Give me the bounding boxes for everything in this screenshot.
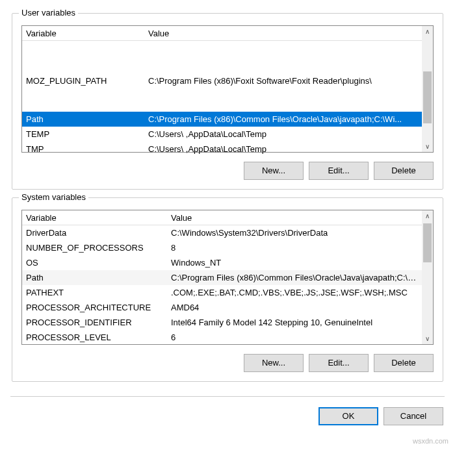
scrollbar[interactable]: ∧ ∨ <box>422 26 433 152</box>
table-row[interactable]: PROCESSOR_LEVEL 6 <box>22 330 433 345</box>
system-button-row: New... Edit... Delete <box>21 354 434 372</box>
cell-value: C:\Users\ ,AppData\Local\Temp <box>146 129 422 139</box>
new-button[interactable]: New... <box>244 354 304 372</box>
cell-value: C:\Program Files (x86)\Foxit Software\Fo… <box>146 76 422 86</box>
scroll-thumb[interactable] <box>423 71 432 123</box>
cell-variable: NUMBER_OF_PROCESSORS <box>22 243 168 253</box>
system-variables-group: System variables Variable Value DriverDa… <box>12 197 443 382</box>
cell-value: 8 <box>168 243 422 253</box>
cell-value: AMD64 <box>168 303 422 312</box>
user-variables-list[interactable]: Variable Value MOZ_PLUGIN_PATH C:\Progra… <box>21 25 434 153</box>
cell-variable: TMP <box>22 144 146 154</box>
dialog-button-row: OK Cancel <box>12 407 443 425</box>
cancel-button[interactable]: Cancel <box>384 407 443 425</box>
scroll-down-icon[interactable]: ∨ <box>422 333 433 344</box>
table-row[interactable]: MOZ_PLUGIN_PATH C:\Program Files (x86)\F… <box>22 73 433 88</box>
cell-variable: PATHEXT <box>22 288 168 297</box>
table-row[interactable]: PATHEXT .COM;.EXE;.BAT;.CMD;.VBS;.VBE;.J… <box>22 285 433 300</box>
watermark: wsxdn.com <box>0 434 455 449</box>
cell-value: .COM;.EXE;.BAT;.CMD;.VBS;.VBE;.JS;.JSE;.… <box>168 288 422 297</box>
scroll-down-icon[interactable]: ∨ <box>422 141 433 152</box>
delete-button[interactable]: Delete <box>374 354 434 372</box>
ok-button[interactable]: OK <box>318 407 378 425</box>
table-row[interactable]: PROCESSOR_IDENTIFIER Intel64 Family 6 Mo… <box>22 315 433 330</box>
delete-button[interactable]: Delete <box>374 162 434 180</box>
edit-button[interactable]: Edit... <box>309 162 369 180</box>
col-header-value[interactable]: Value <box>168 213 422 223</box>
cell-variable: PROCESSOR_ARCHITECTURE <box>22 303 168 312</box>
cell-value: C:\Program Files (x86)\Common Files\Orac… <box>168 273 422 282</box>
new-button[interactable]: New... <box>244 162 304 180</box>
scroll-up-icon[interactable]: ∧ <box>422 26 433 37</box>
cell-value: Windows_NT <box>168 258 422 268</box>
table-row[interactable]: Path C:\Program Files (x86)\Common Files… <box>22 270 433 285</box>
table-row[interactable]: PROCESSOR_ARCHITECTURE AMD64 <box>22 300 433 315</box>
divider <box>10 396 445 397</box>
cell-value: C:\Program Files (x86)\Common Files\Orac… <box>146 114 422 124</box>
cell-variable: OS <box>22 258 168 268</box>
scroll-up-icon[interactable]: ∧ <box>422 210 433 221</box>
col-header-variable[interactable]: Variable <box>22 213 168 223</box>
env-vars-dialog: User variables Variable Value MOZ_PLUGIN… <box>0 0 455 434</box>
cell-variable: TEMP <box>22 129 146 139</box>
cell-value: 6 <box>168 332 422 342</box>
user-button-row: New... Edit... Delete <box>21 162 434 180</box>
user-variables-label: User variables <box>19 8 78 18</box>
scroll-thumb[interactable] <box>423 223 432 262</box>
table-row[interactable]: Path C:\Program Files (x86)\Common Files… <box>22 112 433 127</box>
edit-button[interactable]: Edit... <box>309 354 369 372</box>
user-list-header: Variable Value <box>22 26 433 41</box>
scrollbar[interactable]: ∧ ∨ <box>422 210 433 344</box>
table-row[interactable]: TMP C:\Users\ ,AppData\Local\Temp <box>22 142 433 157</box>
cell-variable: Path <box>22 114 146 124</box>
blank-space <box>22 41 433 73</box>
user-variables-group: User variables Variable Value MOZ_PLUGIN… <box>12 13 443 190</box>
cell-value: C:\Windows\System32\Drivers\DriverData <box>168 228 422 238</box>
table-row[interactable]: TEMP C:\Users\ ,AppData\Local\Temp <box>22 127 433 142</box>
cell-value: C:\Users\ ,AppData\Local\Temp <box>146 144 422 154</box>
cell-variable: MOZ_PLUGIN_PATH <box>22 76 146 86</box>
col-header-variable[interactable]: Variable <box>22 29 146 38</box>
cell-variable: Path <box>22 273 168 282</box>
cell-variable: PROCESSOR_IDENTIFIER <box>22 318 168 327</box>
cell-variable: PROCESSOR_LEVEL <box>22 332 168 342</box>
cell-variable: DriverData <box>22 228 168 238</box>
col-header-value[interactable]: Value <box>146 29 422 38</box>
system-variables-list[interactable]: Variable Value DriverData C:\Windows\Sys… <box>21 210 434 345</box>
system-variables-label: System variables <box>19 192 88 202</box>
system-list-header: Variable Value <box>22 210 433 225</box>
table-row[interactable]: DriverData C:\Windows\System32\Drivers\D… <box>22 225 433 240</box>
table-row[interactable]: OS Windows_NT <box>22 255 433 270</box>
table-row[interactable]: NUMBER_OF_PROCESSORS 8 <box>22 240 433 255</box>
cell-value: Intel64 Family 6 Model 142 Stepping 10, … <box>168 318 422 327</box>
